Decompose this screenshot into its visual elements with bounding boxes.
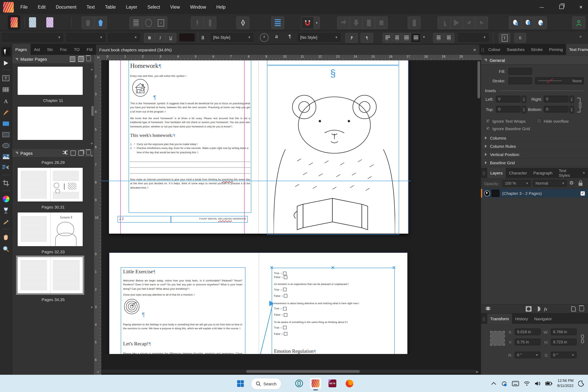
h-ruler[interactable]: 01234567891011121314151617181920 xyxy=(103,55,481,60)
vertical-scrollbar[interactable] xyxy=(478,60,480,350)
ltr-paragraph-button[interactable]: ¶ xyxy=(361,33,373,43)
footer-frame-running-head[interactable]: FOUNT MENTAL WELLBEING HANDBOOK xyxy=(170,216,248,223)
artistic-text-tool[interactable]: A xyxy=(2,97,10,106)
menu-document[interactable]: Document xyxy=(56,5,76,10)
text-frame-panel-button[interactable]: T xyxy=(498,33,510,43)
align-left-button[interactable] xyxy=(382,33,393,43)
frame-handle-topright[interactable]: ✕ xyxy=(392,265,396,270)
page-thumbnail-34-35-selected[interactable] xyxy=(18,257,83,293)
baseline-grid-section[interactable]: Baseline Grid xyxy=(481,159,588,166)
duplicate-page-icon[interactable] xyxy=(78,150,84,156)
numbered-list-button[interactable] xyxy=(443,33,454,43)
scroll-up-icon[interactable]: ▲ xyxy=(90,154,93,157)
publisher-persona-button[interactable] xyxy=(9,16,19,28)
no-text-wrap-button[interactable]: x xyxy=(155,16,168,29)
tab-character[interactable]: Character xyxy=(506,168,530,178)
horizontal-scrollbar-thumb[interactable] xyxy=(246,370,360,373)
menu-help[interactable]: Help xyxy=(216,5,226,10)
scroll-down-icon[interactable]: ▼ xyxy=(90,142,93,146)
page-label-28-29[interactable]: Pages 28,29 xyxy=(12,160,94,165)
pen-quick-button[interactable] xyxy=(236,16,249,29)
bottom-spread-pages-34-35[interactable]: Little Exercise¶ Welcome! Before we begi… xyxy=(109,252,408,354)
ignore-baseline-grid-checkbox[interactable]: ✓ xyxy=(485,126,490,131)
tab-layers[interactable]: Layers xyxy=(487,168,506,178)
snapping-toggle-button[interactable] xyxy=(301,16,314,29)
footer-frame-page-number[interactable]: 2 2 xyxy=(118,216,171,223)
insert-on-top-button[interactable] xyxy=(522,16,534,29)
hide-overflow-checkbox[interactable] xyxy=(537,118,542,124)
italic-button[interactable]: I xyxy=(154,33,166,43)
auto-correct-tool-button[interactable] xyxy=(82,16,94,29)
tab-pinning[interactable]: Pinning xyxy=(546,44,566,55)
underline-colour-button[interactable]: a xyxy=(202,34,204,40)
affinity-publisher-app[interactable] xyxy=(310,378,322,389)
general-section-header[interactable]: General xyxy=(481,56,588,65)
insert-inside-button[interactable] xyxy=(509,16,522,29)
sync-icon[interactable] xyxy=(501,380,508,386)
layer-expand-icon[interactable] xyxy=(484,190,490,196)
picture-frame-ellipse-tool[interactable] xyxy=(2,141,10,150)
false-checkbox[interactable] xyxy=(284,276,288,279)
do-not-disturb-moon-icon[interactable] xyxy=(578,380,584,386)
move-forward-button[interactable] xyxy=(350,16,362,29)
font-size-select[interactable]: ▼ xyxy=(108,33,140,42)
delete-layer-icon[interactable] xyxy=(580,306,584,311)
document-tab[interactable]: Fount book chapters separated (34.6%) ✕ xyxy=(96,45,480,55)
menu-select[interactable]: Select xyxy=(148,5,160,10)
vertical-scrollbar-thumb[interactable] xyxy=(478,61,480,98)
list-style-select[interactable]: ▼ xyxy=(459,33,488,42)
adjustment-icon[interactable] xyxy=(535,306,540,312)
alignment-dropdown-button[interactable]: ▼ xyxy=(422,36,425,38)
inset-top-input[interactable]: 0 xyxy=(496,106,520,112)
transparency-tool[interactable] xyxy=(2,206,10,215)
panel-grip[interactable]: || xyxy=(482,316,486,321)
ignore-text-wraps-checkbox[interactable]: ✓ xyxy=(485,118,490,124)
character-style-select[interactable]: [No Style]▼ xyxy=(211,33,253,42)
selected-text-frame[interactable]: True» False» An emotion is an experience… xyxy=(272,268,395,354)
picture-frame-rectangle-tool[interactable] xyxy=(2,130,10,139)
restore-button[interactable] xyxy=(557,4,566,10)
move-to-front-button[interactable] xyxy=(337,16,350,29)
top-spread-pages-32-33[interactable]: they are ready to do so, and at their ow… xyxy=(109,60,409,234)
rotate-cw-button[interactable]: ↻ xyxy=(476,16,488,29)
scroll-right-icon[interactable]: ▶ xyxy=(476,370,479,374)
tab-history[interactable]: History xyxy=(512,314,531,324)
battery-icon[interactable] xyxy=(546,381,552,386)
bold-button[interactable]: B xyxy=(144,33,155,43)
tab-text-frame[interactable]: Text Frame xyxy=(566,44,588,55)
scroll-up-icon[interactable]: ▲ xyxy=(90,68,93,71)
volume-icon[interactable] xyxy=(535,381,541,386)
master-scrollbar-thumb[interactable] xyxy=(91,106,94,116)
inset-left-stepper[interactable]: ▲▼ xyxy=(521,96,526,103)
menu-edit[interactable]: Edit xyxy=(38,5,46,10)
flip-vertical-button[interactable] xyxy=(450,16,463,29)
column-rules-section[interactable]: Column Rules xyxy=(481,142,588,150)
master-thumbnail-label[interactable]: Chapter 11 xyxy=(12,98,94,103)
tab-stock[interactable]: Stc xyxy=(44,44,56,55)
stroke-colour-well[interactable] xyxy=(508,77,532,84)
horizontal-scrollbar[interactable] xyxy=(101,370,477,373)
page-thumbnail-32-33[interactable]: Lesson 3 xyxy=(18,212,83,246)
ellipse-frame-button[interactable] xyxy=(142,16,155,29)
mask-icon[interactable] xyxy=(526,306,532,312)
wifi-icon[interactable] xyxy=(524,381,530,386)
menu-file[interactable]: File xyxy=(20,5,28,10)
tray-chevron-up-icon[interactable] xyxy=(491,382,496,385)
v-ruler[interactable]: 23456789100123456 xyxy=(94,60,102,375)
show-special-characters-button[interactable]: ¶ xyxy=(288,34,291,39)
layers-panel-menu-icon[interactable]: ≡ xyxy=(580,168,588,178)
ligatures-button[interactable]: fi xyxy=(514,33,526,43)
document-viewport[interactable]: they are ready to do so, and at their ow… xyxy=(101,60,477,354)
false-checkbox[interactable] xyxy=(284,332,288,336)
font-colour-well[interactable] xyxy=(179,33,195,42)
true-checkbox[interactable] xyxy=(283,272,286,275)
true-checkbox[interactable] xyxy=(283,326,286,330)
pages-header[interactable]: Pages xyxy=(12,149,94,158)
colour-wheel-tool[interactable] xyxy=(2,194,10,203)
close-button[interactable]: ✕ xyxy=(576,4,586,10)
layer-visibility-checkbox[interactable]: ✓ xyxy=(580,191,585,196)
fx-icon[interactable]: fx xyxy=(544,306,547,311)
rectangle-tool[interactable] xyxy=(2,119,10,128)
menu-layer[interactable]: Layer xyxy=(126,5,138,10)
ruler-unit-box[interactable]: in xyxy=(94,55,103,60)
